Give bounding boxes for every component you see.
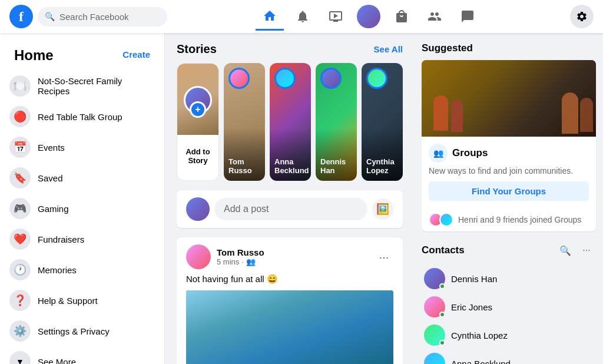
header-left: f 🔍 Search Facebook	[9, 5, 167, 28]
sidebar: Home Create 🍽️ Not-So-Secret Family Reci…	[0, 33, 165, 364]
memories-icon: 🕐	[14, 263, 26, 276]
post-more-button[interactable]: ···	[375, 247, 393, 266]
post-time: 5 mins	[217, 257, 239, 266]
user-avatar-post	[186, 197, 210, 221]
add-photo-button[interactable]: 🖼️	[372, 198, 393, 220]
search-bar[interactable]: 🔍 Search Facebook	[38, 7, 167, 27]
contact-name-dennis: Dennis Han	[451, 274, 497, 284]
contact-avatar-anna	[424, 353, 445, 364]
stories-see-all[interactable]: See All	[374, 44, 403, 54]
contact-dennis-han[interactable]: Dennis Han	[422, 264, 596, 293]
story-name-cynthia: Cynthia Lopez	[366, 157, 403, 175]
contacts-more-button[interactable]: ···	[577, 241, 596, 260]
post-author-avatar	[186, 244, 211, 269]
contacts-search-button[interactable]: 🔍	[556, 241, 575, 260]
nav-watch[interactable]	[322, 2, 350, 31]
stories-header: Stories See All	[177, 42, 403, 56]
online-indicator	[439, 340, 445, 346]
main-layout: Home Create 🍽️ Not-So-Secret Family Reci…	[0, 33, 603, 364]
red-table-icon: 🔴	[14, 110, 26, 123]
story-tom-russo[interactable]: Tom Russo	[224, 63, 265, 181]
nav-profile[interactable]	[354, 2, 383, 31]
sidebar-label-events: Events	[38, 143, 65, 153]
contact-name-cynthia: Cynthia Lopez	[451, 330, 508, 340]
help-icon: ❓	[14, 294, 26, 307]
post-audience-icon: 👥	[246, 257, 256, 266]
stories-row: + Add to Story Tom Russo Anna Becklund	[177, 63, 403, 181]
sidebar-item-settings[interactable]: ⚙️ Settings & Privacy	[5, 316, 160, 346]
chevron-down-icon: ▼	[9, 351, 31, 364]
contact-eric-jones[interactable]: Eric Jones	[422, 293, 596, 321]
contact-name-eric: Eric Jones	[451, 302, 492, 312]
see-more-button[interactable]: ▼ See More	[5, 346, 160, 364]
main-feed: Stories See All + Add to Story	[165, 33, 415, 364]
find-groups-button[interactable]: Find Your Groups	[429, 181, 589, 201]
contact-anna-becklund[interactable]: Anna Becklund	[422, 349, 596, 364]
story-cynthia-lopez[interactable]: Cynthia Lopez	[362, 63, 403, 181]
sidebar-label-saved: Saved	[38, 173, 63, 183]
suggested-section: Suggested 👥	[422, 42, 596, 231]
contact-avatar-dennis	[424, 268, 445, 289]
stories-title: Stories	[177, 42, 217, 56]
groups-card-image	[422, 60, 596, 137]
post-author: Tom Russo 5 mins · 👥	[186, 244, 264, 269]
nav-groups[interactable]	[420, 2, 449, 31]
add-story-card[interactable]: + Add to Story	[177, 63, 219, 181]
friends-joined-text: Henri and 9 friends joined Groups	[458, 215, 581, 224]
nav-messenger[interactable]	[453, 2, 482, 31]
sidebar-item-memories[interactable]: 🕐 Memories	[5, 254, 160, 285]
search-icon: 🔍	[45, 12, 55, 21]
family-recipes-icon: 🍽️	[14, 80, 26, 92]
contact-avatar-eric	[424, 296, 445, 317]
post-author-name: Tom Russo	[217, 247, 264, 257]
sidebar-home-header: Home Create	[5, 38, 160, 71]
contact-avatar-cynthia	[424, 325, 445, 346]
sidebar-label-gaming: Gaming	[38, 204, 69, 214]
post-box: Add a post 🖼️	[177, 190, 403, 228]
facebook-logo[interactable]: f	[9, 5, 33, 28]
sidebar-label-red-table: Red Table Talk Group	[38, 112, 122, 122]
sidebar-label-family-recipes: Not-So-Secret Family Recipes	[38, 76, 155, 96]
contact-cynthia-lopez[interactable]: Cynthia Lopez	[422, 321, 596, 349]
nav-marketplace[interactable]	[387, 2, 416, 31]
contacts-section: Contacts 🔍 ··· Dennis Han Eric Jone	[422, 241, 596, 364]
story-dennis-han[interactable]: Dennis Han	[316, 63, 357, 181]
online-indicator	[439, 283, 445, 289]
post-input[interactable]: Add a post	[214, 198, 367, 220]
right-panel: Suggested 👥	[415, 33, 603, 364]
nav-home[interactable]	[256, 2, 284, 31]
friends-joined: Henri and 9 friends joined Groups	[422, 208, 596, 231]
groups-card-content: 👥 Groups New ways to find and join commu…	[422, 137, 596, 208]
contacts-header: Contacts 🔍 ···	[422, 241, 596, 260]
header: f 🔍 Search Facebook	[0, 0, 603, 33]
story-name-dennis: Dennis Han	[320, 157, 357, 175]
header-nav	[256, 2, 482, 31]
settings-button[interactable]	[570, 5, 594, 28]
feed-post: Tom Russo 5 mins · 👥 ··· Not having fun …	[177, 237, 403, 364]
settings-icon: ⚙️	[14, 325, 26, 337]
story-name-anna: Anna Becklund	[274, 157, 311, 175]
sidebar-item-help-support[interactable]: ❓ Help & Support	[5, 285, 160, 316]
nav-notifications[interactable]	[289, 2, 317, 31]
sidebar-item-gaming[interactable]: 🎮 Gaming	[5, 193, 160, 224]
sidebar-item-red-table[interactable]: 🔴 Red Table Talk Group	[5, 101, 160, 132]
contact-name-anna: Anna Becklund	[451, 359, 511, 365]
create-button[interactable]: Create	[118, 47, 155, 62]
gaming-icon: 🎮	[14, 202, 26, 215]
sidebar-label-fundraisers: Fundraisers	[38, 234, 84, 244]
sidebar-item-fundraisers[interactable]: ❤️ Fundraisers	[5, 224, 160, 254]
groups-icon: 👥	[429, 144, 448, 163]
story-anna-becklund[interactable]: Anna Becklund	[270, 63, 311, 181]
sidebar-item-events[interactable]: 📅 Events	[5, 132, 160, 163]
sidebar-item-family-recipes[interactable]: 🍽️ Not-So-Secret Family Recipes	[5, 71, 160, 101]
friend-avatar-2	[439, 213, 453, 227]
header-right	[570, 5, 594, 28]
suggested-title: Suggested	[422, 42, 596, 54]
search-placeholder-text: Search Facebook	[59, 12, 129, 22]
contacts-title: Contacts	[422, 244, 465, 256]
photo-icon: 🖼️	[376, 203, 389, 216]
events-icon: 📅	[14, 141, 26, 154]
see-more-label: See More	[38, 357, 76, 365]
sidebar-item-saved[interactable]: 🔖 Saved	[5, 163, 160, 193]
post-text: Not having fun at all 😄	[186, 274, 393, 284]
